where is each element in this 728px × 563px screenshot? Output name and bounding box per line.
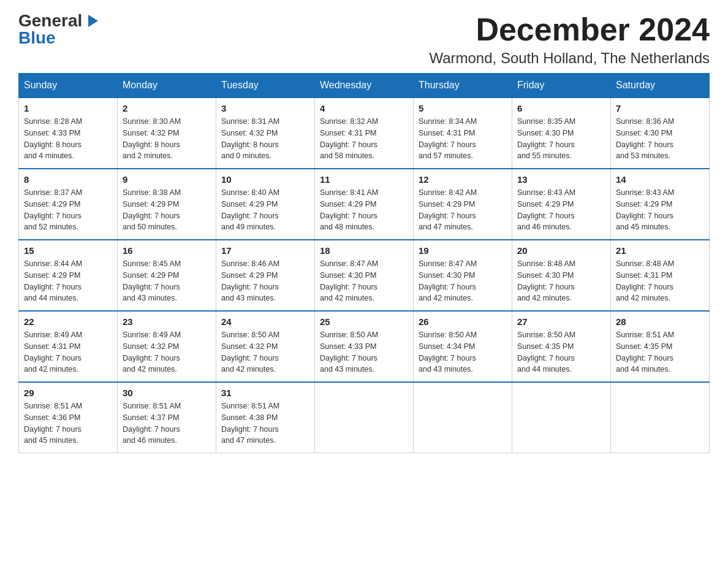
calendar-week-row: 29 Sunrise: 8:51 AMSunset: 4:36 PMDaylig… (19, 382, 710, 453)
day-info: Sunrise: 8:47 AMSunset: 4:30 PMDaylight:… (419, 258, 507, 304)
column-header-sunday: Sunday (19, 74, 118, 98)
calendar-cell: 21 Sunrise: 8:48 AMSunset: 4:31 PMDaylig… (611, 240, 710, 311)
day-number: 3 (221, 103, 309, 113)
calendar-week-row: 22 Sunrise: 8:49 AMSunset: 4:31 PMDaylig… (19, 311, 710, 382)
logo: General Blue (18, 12, 100, 47)
day-info: Sunrise: 8:47 AMSunset: 4:30 PMDaylight:… (320, 258, 408, 304)
day-info: Sunrise: 8:37 AMSunset: 4:29 PMDaylight:… (24, 187, 112, 233)
calendar-cell: 5 Sunrise: 8:34 AMSunset: 4:31 PMDayligh… (414, 98, 512, 169)
day-info: Sunrise: 8:51 AMSunset: 4:36 PMDaylight:… (24, 400, 112, 446)
day-number: 2 (123, 103, 211, 113)
calendar-cell: 26 Sunrise: 8:50 AMSunset: 4:34 PMDaylig… (414, 311, 512, 382)
calendar-week-row: 8 Sunrise: 8:37 AMSunset: 4:29 PMDayligh… (19, 169, 710, 240)
calendar-cell: 30 Sunrise: 8:51 AMSunset: 4:37 PMDaylig… (118, 382, 216, 453)
day-info: Sunrise: 8:42 AMSunset: 4:29 PMDaylight:… (419, 187, 507, 233)
column-header-tuesday: Tuesday (216, 74, 315, 98)
day-info: Sunrise: 8:43 AMSunset: 4:29 PMDaylight:… (517, 187, 605, 233)
calendar-cell: 18 Sunrise: 8:47 AMSunset: 4:30 PMDaylig… (315, 240, 414, 311)
day-info: Sunrise: 8:31 AMSunset: 4:32 PMDaylight:… (221, 116, 309, 162)
column-header-wednesday: Wednesday (315, 74, 414, 98)
day-number: 19 (419, 245, 507, 256)
svg-marker-0 (88, 15, 98, 27)
calendar-cell: 19 Sunrise: 8:47 AMSunset: 4:30 PMDaylig… (414, 240, 512, 311)
day-info: Sunrise: 8:30 AMSunset: 4:32 PMDaylight:… (123, 116, 211, 162)
month-title: December 2024 (429, 12, 710, 47)
day-info: Sunrise: 8:48 AMSunset: 4:30 PMDaylight:… (517, 258, 605, 304)
logo-blue-text: Blue (18, 29, 56, 47)
day-info: Sunrise: 8:48 AMSunset: 4:31 PMDaylight:… (616, 258, 704, 304)
day-number: 4 (320, 103, 408, 113)
day-info: Sunrise: 8:34 AMSunset: 4:31 PMDaylight:… (419, 116, 507, 162)
day-number: 16 (123, 245, 211, 256)
column-header-saturday: Saturday (611, 74, 710, 98)
day-number: 18 (320, 245, 408, 256)
calendar-cell: 31 Sunrise: 8:51 AMSunset: 4:38 PMDaylig… (216, 382, 315, 453)
day-info: Sunrise: 8:51 AMSunset: 4:38 PMDaylight:… (221, 400, 309, 446)
calendar-week-row: 15 Sunrise: 8:44 AMSunset: 4:29 PMDaylig… (19, 240, 710, 311)
day-info: Sunrise: 8:49 AMSunset: 4:31 PMDaylight:… (24, 329, 112, 375)
logo-general-text: General (18, 12, 82, 29)
calendar-cell: 6 Sunrise: 8:35 AMSunset: 4:30 PMDayligh… (512, 98, 611, 169)
calendar-cell: 7 Sunrise: 8:36 AMSunset: 4:30 PMDayligh… (611, 98, 710, 169)
calendar-cell (315, 382, 414, 453)
column-header-monday: Monday (118, 74, 216, 98)
day-number: 21 (616, 245, 704, 256)
calendar-cell: 1 Sunrise: 8:28 AMSunset: 4:33 PMDayligh… (19, 98, 118, 169)
calendar-cell: 12 Sunrise: 8:42 AMSunset: 4:29 PMDaylig… (414, 169, 512, 240)
calendar-cell: 16 Sunrise: 8:45 AMSunset: 4:29 PMDaylig… (118, 240, 216, 311)
day-number: 10 (221, 174, 309, 185)
day-number: 8 (24, 174, 112, 185)
day-number: 7 (616, 103, 704, 113)
day-number: 22 (24, 316, 112, 327)
day-number: 11 (320, 174, 408, 185)
day-info: Sunrise: 8:46 AMSunset: 4:29 PMDaylight:… (221, 258, 309, 304)
calendar-cell: 22 Sunrise: 8:49 AMSunset: 4:31 PMDaylig… (19, 311, 118, 382)
day-info: Sunrise: 8:28 AMSunset: 4:33 PMDaylight:… (24, 116, 112, 162)
calendar-week-row: 1 Sunrise: 8:28 AMSunset: 4:33 PMDayligh… (19, 98, 710, 169)
day-info: Sunrise: 8:36 AMSunset: 4:30 PMDaylight:… (616, 116, 704, 162)
day-number: 17 (221, 245, 309, 256)
calendar-cell: 20 Sunrise: 8:48 AMSunset: 4:30 PMDaylig… (512, 240, 611, 311)
day-info: Sunrise: 8:50 AMSunset: 4:32 PMDaylight:… (221, 329, 309, 375)
day-number: 30 (123, 388, 211, 398)
day-info: Sunrise: 8:50 AMSunset: 4:34 PMDaylight:… (419, 329, 507, 375)
day-info: Sunrise: 8:35 AMSunset: 4:30 PMDaylight:… (517, 116, 605, 162)
title-area: December 2024 Warmond, South Holland, Th… (429, 12, 710, 67)
day-number: 27 (517, 316, 605, 327)
calendar-cell: 3 Sunrise: 8:31 AMSunset: 4:32 PMDayligh… (216, 98, 315, 169)
calendar-cell (414, 382, 512, 453)
day-number: 24 (221, 316, 309, 327)
day-info: Sunrise: 8:41 AMSunset: 4:29 PMDaylight:… (320, 187, 408, 233)
column-header-thursday: Thursday (414, 74, 512, 98)
calendar-cell: 8 Sunrise: 8:37 AMSunset: 4:29 PMDayligh… (19, 169, 118, 240)
day-number: 1 (24, 103, 112, 113)
day-info: Sunrise: 8:38 AMSunset: 4:29 PMDaylight:… (123, 187, 211, 233)
day-number: 26 (419, 316, 507, 327)
calendar-cell: 11 Sunrise: 8:41 AMSunset: 4:29 PMDaylig… (315, 169, 414, 240)
day-number: 15 (24, 245, 112, 256)
calendar-cell (512, 382, 611, 453)
day-number: 6 (517, 103, 605, 113)
page-header: General Blue December 2024 Warmond, Sout… (18, 12, 710, 67)
calendar-cell: 10 Sunrise: 8:40 AMSunset: 4:29 PMDaylig… (216, 169, 315, 240)
day-number: 23 (123, 316, 211, 327)
day-info: Sunrise: 8:43 AMSunset: 4:29 PMDaylight:… (616, 187, 704, 233)
calendar-cell: 4 Sunrise: 8:32 AMSunset: 4:31 PMDayligh… (315, 98, 414, 169)
logo-arrow-icon (83, 12, 100, 29)
calendar-cell: 2 Sunrise: 8:30 AMSunset: 4:32 PMDayligh… (118, 98, 216, 169)
calendar-cell: 28 Sunrise: 8:51 AMSunset: 4:35 PMDaylig… (611, 311, 710, 382)
day-number: 25 (320, 316, 408, 327)
calendar-cell (611, 382, 710, 453)
day-info: Sunrise: 8:50 AMSunset: 4:35 PMDaylight:… (517, 329, 605, 375)
calendar-cell: 25 Sunrise: 8:50 AMSunset: 4:33 PMDaylig… (315, 311, 414, 382)
day-info: Sunrise: 8:50 AMSunset: 4:33 PMDaylight:… (320, 329, 408, 375)
calendar-table: SundayMondayTuesdayWednesdayThursdayFrid… (18, 73, 710, 453)
day-number: 31 (221, 388, 309, 398)
day-number: 9 (123, 174, 211, 185)
day-info: Sunrise: 8:49 AMSunset: 4:32 PMDaylight:… (123, 329, 211, 375)
day-number: 20 (517, 245, 605, 256)
day-number: 13 (517, 174, 605, 185)
calendar-cell: 9 Sunrise: 8:38 AMSunset: 4:29 PMDayligh… (118, 169, 216, 240)
day-info: Sunrise: 8:45 AMSunset: 4:29 PMDaylight:… (123, 258, 211, 304)
calendar-cell: 27 Sunrise: 8:50 AMSunset: 4:35 PMDaylig… (512, 311, 611, 382)
